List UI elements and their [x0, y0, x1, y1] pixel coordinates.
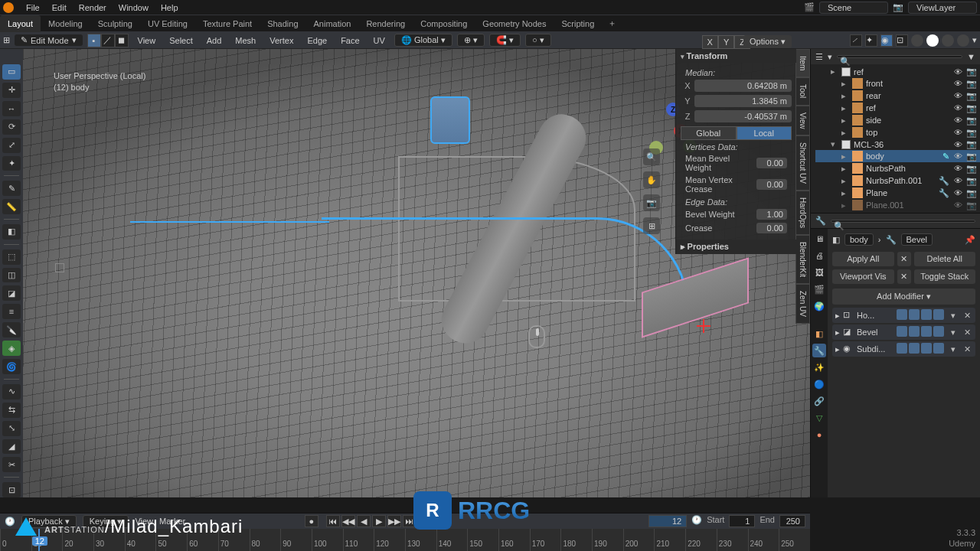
tool-smooth[interactable]: ∿ [2, 384, 21, 399]
add-modifier[interactable]: Add Modifier ▾ [832, 289, 975, 305]
outliner-obj-rear[interactable]: ▸rear👁📷 [815, 90, 980, 102]
menu-file[interactable]: File [20, 0, 46, 15]
ntab-tool[interactable]: Tool [795, 77, 810, 105]
tool-spin[interactable]: 🌀 [2, 359, 21, 374]
perspective-icon[interactable]: ⊞ [643, 217, 660, 234]
vis-x[interactable]: ✕ [897, 269, 911, 284]
menu-view3d[interactable]: View [133, 36, 161, 45]
outliner-obj-ref[interactable]: ▸ref👁📷 [815, 102, 980, 114]
tool-transform[interactable]: ✦ [2, 156, 21, 171]
tab-scripting[interactable]: Scripting [554, 15, 602, 32]
menu-render[interactable]: Render [73, 0, 113, 15]
scene-selector[interactable]: Scene [819, 2, 888, 14]
outliner-obj-nurbs[interactable]: ▸NurbsPath👁📷 [815, 162, 980, 174]
tool-shrink[interactable]: ⤡ [2, 421, 21, 436]
crease[interactable]: 0.00 [756, 223, 787, 233]
snap[interactable]: 🧲 ▾ [489, 34, 521, 47]
proptab-world[interactable]: 🌍 [812, 299, 826, 313]
tool-extrude[interactable]: ⬚ [2, 249, 21, 265]
outliner-coll-ref[interactable]: ▸ref👁📷 [815, 66, 980, 77]
viewport-vis-button[interactable]: Viewport Vis [832, 269, 894, 284]
menu-add[interactable]: Add [202, 36, 227, 45]
tool-last[interactable]: ⊡ [2, 482, 21, 497]
tab-modeling[interactable]: Modeling [41, 15, 90, 32]
tab-uvediting[interactable]: UV Editing [140, 15, 195, 32]
outliner-tree[interactable]: ▸ref👁📷 ▸front👁📷 ▸rear👁📷 ▸ref👁📷 ▸side👁📷 ▸… [811, 64, 980, 213]
select-mode[interactable]: ▪ ／ ◼ [87, 34, 129, 47]
camera-icon[interactable]: 📷 [643, 194, 660, 211]
mirror-x[interactable]: X [702, 35, 718, 49]
tool-move[interactable]: ↔ [2, 101, 21, 116]
play-fwd[interactable]: ▶ [372, 515, 386, 527]
outliner-display-icon[interactable]: ▾ [828, 52, 832, 62]
menu-face[interactable]: Face [336, 36, 364, 45]
options-button[interactable]: Options ▾ [743, 35, 792, 48]
tool-rip[interactable]: ✂ [2, 457, 21, 472]
outliner-obj-front[interactable]: ▸front👁📷 [815, 77, 980, 90]
ntab-hardops[interactable]: HardOps [795, 191, 810, 235]
shading-solid[interactable] [926, 34, 939, 47]
ntab-blenderkit[interactable]: BlenderKit [795, 235, 810, 284]
outliner-obj-plane001[interactable]: ▸Plane.001👁📷 [815, 199, 980, 211]
start-frame[interactable]: 1 [729, 515, 755, 527]
gizmo-toggle[interactable]: ✦ [865, 34, 877, 47]
space-local[interactable]: Local [737, 126, 792, 140]
tool-inset[interactable]: ◫ [2, 268, 21, 283]
tool-cursor[interactable]: ✛ [2, 83, 21, 98]
menu-uv[interactable]: UV [369, 36, 390, 45]
transform-header[interactable]: Transform [676, 49, 796, 63]
delete-all-button[interactable]: Delete All [914, 252, 976, 266]
shading-dropdown[interactable]: ▾ [972, 35, 977, 45]
tool-shear[interactable]: ◢ [2, 439, 21, 455]
toggle-stack-button[interactable]: Toggle Stack [914, 269, 976, 284]
modifier-subdiv[interactable]: ▸◉Subdi...▾✕ [832, 341, 975, 357]
clock-icon[interactable]: 🕐 [691, 515, 702, 527]
mesh-edit-overlay[interactable]: ⟋ [850, 34, 862, 47]
tool-edgeslide[interactable]: ⇆ [2, 403, 21, 418]
filter-icon[interactable]: ▼ [967, 52, 975, 61]
zoom-icon[interactable]: 🔍 [643, 148, 660, 165]
outliner-obj-top[interactable]: ▸top👁📷 [815, 126, 980, 139]
outliner-obj-plane[interactable]: ▸Plane🔧👁📷 [815, 187, 980, 199]
properties-search[interactable]: 🔍 [831, 220, 975, 223]
tool-scale[interactable]: ⤢ [2, 138, 21, 153]
outliner-obj-body[interactable]: ▸body✎👁📷 [815, 150, 980, 162]
editor-type-icon[interactable]: ⊞ [3, 35, 10, 45]
modifier-hook[interactable]: ▸⊡Ho...▾✕ [832, 308, 975, 323]
tab-shading[interactable]: Shading [260, 15, 305, 32]
current-frame[interactable]: 12 [648, 515, 687, 527]
tab-geonodes[interactable]: Geometry Nodes [475, 15, 554, 32]
shading-matprev[interactable] [942, 34, 954, 47]
orientation[interactable]: 🌐 Global ▾ [394, 34, 452, 47]
outliner-obj-side[interactable]: ▸side👁📷 [815, 114, 980, 126]
shading-rendered[interactable] [957, 34, 969, 47]
pivot[interactable]: ⊕ ▾ [457, 34, 485, 47]
proportional[interactable]: ○ ▾ [525, 34, 551, 47]
mean-bevel-weight[interactable]: 0.00 [756, 158, 787, 168]
proptab-modifier[interactable]: 🔧 [812, 344, 826, 357]
tab-rendering[interactable]: Rendering [358, 15, 413, 32]
add-workspace[interactable]: ＋ [602, 18, 622, 29]
space-global[interactable]: Global [681, 126, 737, 140]
tool-rotate[interactable]: ⟳ [2, 119, 21, 135]
shading-wire[interactable] [911, 34, 923, 47]
vertex-select[interactable]: ▪ [87, 34, 101, 47]
mirror-y[interactable]: Y [718, 35, 734, 49]
tab-texturepaint[interactable]: Texture Paint [195, 15, 260, 32]
median-x[interactable]: 0.64208 m [694, 80, 792, 92]
viewlayer-selector[interactable]: ViewLayer [908, 2, 977, 14]
median-y[interactable]: 1.3845 m [694, 95, 792, 107]
tab-compositing[interactable]: Compositing [413, 15, 475, 32]
menu-mesh[interactable]: Mesh [230, 36, 260, 45]
play-rev[interactable]: ◀ [357, 515, 371, 527]
proptab-physics[interactable]: 🔵 [812, 377, 826, 391]
mode-selector[interactable]: ✎ Edit Mode ▾ [15, 34, 83, 46]
xray-toggle[interactable]: ⊡ [896, 34, 908, 47]
pin-icon[interactable]: 📌 [965, 235, 975, 245]
tab-sculpting[interactable]: Sculpting [90, 15, 140, 32]
ntab-view[interactable]: View [795, 106, 810, 136]
proptab-data[interactable]: ▽ [812, 411, 826, 425]
proptab-material[interactable]: ● [812, 428, 826, 442]
menu-edit[interactable]: Edit [46, 0, 73, 15]
outliner-search[interactable]: 🔍 [837, 55, 962, 58]
